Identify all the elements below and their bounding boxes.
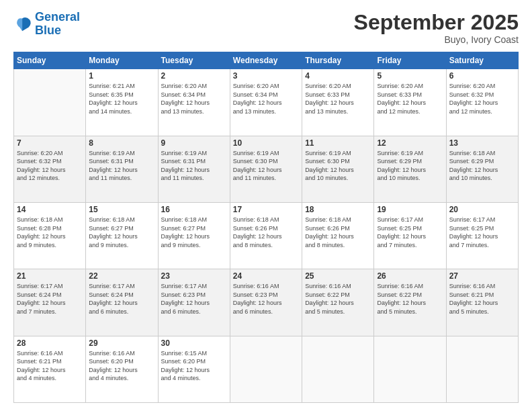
day-info: Sunrise: 6:18 AMSunset: 6:26 PMDaylight:…	[305, 216, 371, 249]
day-info: Sunrise: 6:19 AMSunset: 6:31 PMDaylight:…	[161, 149, 227, 183]
day-info: Sunrise: 6:17 AMSunset: 6:23 PMDaylight:…	[161, 282, 227, 316]
day-info: Sunrise: 6:20 AMSunset: 6:34 PMDaylight:…	[161, 82, 227, 116]
day-info: Sunrise: 6:15 AMSunset: 6:20 PMDaylight:…	[161, 349, 227, 383]
day-info: Sunrise: 6:20 AMSunset: 6:33 PMDaylight:…	[305, 82, 371, 116]
calendar-cell: 23Sunrise: 6:17 AMSunset: 6:23 PMDayligh…	[158, 269, 230, 336]
calendar-cell: 1Sunrise: 6:21 AMSunset: 6:35 PMDaylight…	[86, 69, 158, 136]
calendar-cell: 10Sunrise: 6:19 AMSunset: 6:30 PMDayligh…	[230, 136, 302, 202]
calendar-cell: 9Sunrise: 6:19 AMSunset: 6:31 PMDaylight…	[158, 136, 230, 202]
day-number: 28	[17, 338, 83, 348]
day-info: Sunrise: 6:18 AMSunset: 6:28 PMDaylight:…	[17, 216, 83, 249]
title-block: September 2025 Buyo, Ivory Coast	[354, 11, 519, 45]
day-number: 16	[161, 205, 227, 214]
column-header-monday: Monday	[86, 52, 158, 69]
day-number: 9	[161, 138, 227, 148]
calendar-cell: 11Sunrise: 6:19 AMSunset: 6:30 PMDayligh…	[302, 136, 374, 202]
calendar-cell: 14Sunrise: 6:18 AMSunset: 6:28 PMDayligh…	[14, 202, 86, 269]
day-number: 6	[449, 71, 515, 81]
calendar-cell	[14, 69, 86, 136]
calendar-cell: 30Sunrise: 6:15 AMSunset: 6:20 PMDayligh…	[158, 336, 230, 402]
calendar-week-row: 14Sunrise: 6:18 AMSunset: 6:28 PMDayligh…	[14, 202, 519, 269]
day-number: 3	[233, 71, 299, 81]
day-number: 11	[305, 138, 371, 148]
month-title: September 2025	[354, 11, 519, 34]
day-number: 12	[377, 138, 443, 148]
day-info: Sunrise: 6:17 AMSunset: 6:25 PMDaylight:…	[377, 216, 443, 249]
day-number: 13	[449, 138, 515, 148]
column-header-friday: Friday	[374, 52, 446, 69]
calendar-cell: 3Sunrise: 6:20 AMSunset: 6:34 PMDaylight…	[230, 69, 302, 136]
day-info: Sunrise: 6:20 AMSunset: 6:32 PMDaylight:…	[17, 149, 83, 183]
page: General Blue September 2025 Buyo, Ivory …	[0, 0, 532, 411]
calendar-cell: 8Sunrise: 6:19 AMSunset: 6:31 PMDaylight…	[86, 136, 158, 202]
day-info: Sunrise: 6:16 AMSunset: 6:21 PMDaylight:…	[449, 282, 515, 316]
day-number: 2	[161, 71, 227, 81]
day-number: 24	[233, 271, 299, 281]
calendar-cell: 18Sunrise: 6:18 AMSunset: 6:26 PMDayligh…	[302, 202, 374, 269]
calendar-cell: 22Sunrise: 6:17 AMSunset: 6:24 PMDayligh…	[86, 269, 158, 336]
calendar-cell: 7Sunrise: 6:20 AMSunset: 6:32 PMDaylight…	[14, 136, 86, 202]
calendar-cell: 27Sunrise: 6:16 AMSunset: 6:21 PMDayligh…	[446, 269, 518, 336]
day-number: 25	[305, 271, 371, 281]
day-info: Sunrise: 6:16 AMSunset: 6:22 PMDaylight:…	[377, 282, 443, 316]
day-info: Sunrise: 6:19 AMSunset: 6:31 PMDaylight:…	[89, 149, 154, 183]
day-number: 8	[89, 138, 154, 148]
day-info: Sunrise: 6:18 AMSunset: 6:27 PMDaylight:…	[89, 216, 154, 249]
day-info: Sunrise: 6:21 AMSunset: 6:35 PMDaylight:…	[89, 82, 154, 116]
day-number: 23	[161, 271, 227, 281]
day-number: 1	[89, 71, 154, 81]
calendar-cell: 6Sunrise: 6:20 AMSunset: 6:32 PMDaylight…	[446, 69, 518, 136]
calendar-cell: 25Sunrise: 6:16 AMSunset: 6:22 PMDayligh…	[302, 269, 374, 336]
day-info: Sunrise: 6:18 AMSunset: 6:26 PMDaylight:…	[233, 216, 299, 249]
logo-line2: Blue	[35, 24, 61, 37]
calendar-cell: 16Sunrise: 6:18 AMSunset: 6:27 PMDayligh…	[158, 202, 230, 269]
calendar-week-row: 21Sunrise: 6:17 AMSunset: 6:24 PMDayligh…	[14, 269, 519, 336]
day-number: 30	[161, 338, 227, 348]
day-number: 4	[305, 71, 371, 81]
header: General Blue September 2025 Buyo, Ivory …	[13, 11, 519, 45]
logo-line1: General	[35, 10, 80, 24]
day-number: 18	[305, 205, 371, 214]
calendar-cell: 13Sunrise: 6:18 AMSunset: 6:29 PMDayligh…	[446, 136, 518, 202]
logo-text: General Blue	[35, 11, 80, 38]
day-number: 21	[17, 271, 83, 281]
day-info: Sunrise: 6:17 AMSunset: 6:24 PMDaylight:…	[89, 282, 154, 316]
day-info: Sunrise: 6:19 AMSunset: 6:30 PMDaylight:…	[233, 149, 299, 183]
calendar-cell: 28Sunrise: 6:16 AMSunset: 6:21 PMDayligh…	[14, 336, 86, 402]
day-number: 27	[449, 271, 515, 281]
day-info: Sunrise: 6:19 AMSunset: 6:29 PMDaylight:…	[377, 149, 443, 183]
day-info: Sunrise: 6:16 AMSunset: 6:21 PMDaylight:…	[17, 349, 83, 383]
column-header-thursday: Thursday	[302, 52, 374, 69]
calendar-cell: 2Sunrise: 6:20 AMSunset: 6:34 PMDaylight…	[158, 69, 230, 136]
day-number: 15	[89, 205, 154, 214]
column-header-tuesday: Tuesday	[158, 52, 230, 69]
calendar-header-row: SundayMondayTuesdayWednesdayThursdayFrid…	[14, 52, 519, 69]
calendar-cell: 12Sunrise: 6:19 AMSunset: 6:29 PMDayligh…	[374, 136, 446, 202]
calendar-week-row: 7Sunrise: 6:20 AMSunset: 6:32 PMDaylight…	[14, 136, 519, 202]
day-info: Sunrise: 6:16 AMSunset: 6:23 PMDaylight:…	[233, 282, 299, 316]
day-number: 17	[233, 205, 299, 214]
day-number: 10	[233, 138, 299, 148]
calendar-cell: 19Sunrise: 6:17 AMSunset: 6:25 PMDayligh…	[374, 202, 446, 269]
logo: General Blue	[13, 11, 80, 38]
day-number: 19	[377, 205, 443, 214]
location-subtitle: Buyo, Ivory Coast	[354, 34, 519, 45]
day-number: 20	[449, 205, 515, 214]
calendar-cell	[230, 336, 302, 402]
day-number: 5	[377, 71, 443, 81]
day-info: Sunrise: 6:16 AMSunset: 6:22 PMDaylight:…	[305, 282, 371, 316]
calendar-cell: 29Sunrise: 6:16 AMSunset: 6:20 PMDayligh…	[86, 336, 158, 402]
column-header-saturday: Saturday	[446, 52, 518, 69]
day-info: Sunrise: 6:20 AMSunset: 6:33 PMDaylight:…	[377, 82, 443, 116]
calendar-cell: 20Sunrise: 6:17 AMSunset: 6:25 PMDayligh…	[446, 202, 518, 269]
day-info: Sunrise: 6:19 AMSunset: 6:30 PMDaylight:…	[305, 149, 371, 183]
logo-icon	[13, 15, 32, 34]
day-info: Sunrise: 6:20 AMSunset: 6:34 PMDaylight:…	[233, 82, 299, 116]
calendar-cell	[302, 336, 374, 402]
day-info: Sunrise: 6:17 AMSunset: 6:25 PMDaylight:…	[449, 216, 515, 249]
calendar-cell: 5Sunrise: 6:20 AMSunset: 6:33 PMDaylight…	[374, 69, 446, 136]
calendar-cell	[446, 336, 518, 402]
day-info: Sunrise: 6:18 AMSunset: 6:29 PMDaylight:…	[449, 149, 515, 183]
calendar-table: SundayMondayTuesdayWednesdayThursdayFrid…	[13, 52, 519, 403]
calendar-cell	[374, 336, 446, 402]
